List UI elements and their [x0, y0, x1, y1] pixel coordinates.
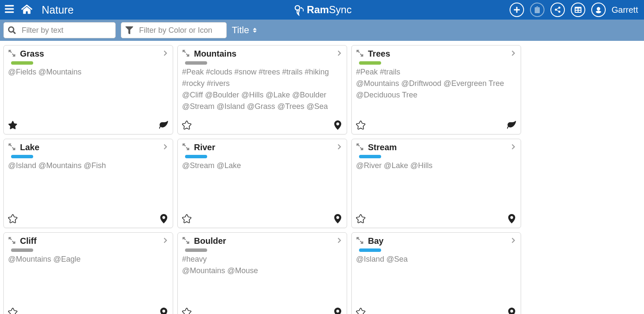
filter-text-input[interactable]	[22, 26, 111, 35]
card-header: Grass	[8, 49, 168, 59]
card-header: Lake	[8, 143, 168, 152]
star-button[interactable]	[356, 214, 365, 225]
card[interactable]: Grass @Fields @Mountains	[3, 45, 173, 134]
add-button[interactable]	[510, 3, 524, 17]
card-open-button[interactable]	[510, 50, 516, 58]
card-body: @Island @Sea	[356, 254, 516, 306]
card-footer	[182, 214, 342, 225]
home-icon	[21, 3, 32, 14]
sort-label-text: Title	[232, 25, 249, 36]
star-button[interactable]	[182, 214, 191, 225]
card[interactable]: Trees #Peak #trails@Mountains @Driftwood…	[351, 45, 521, 134]
filter-color-input[interactable]	[139, 26, 222, 35]
card[interactable]: Lake @Island @Mountains @Fish	[3, 139, 173, 228]
card[interactable]: River @Stream @Lake	[177, 139, 347, 228]
notes-button[interactable]	[530, 3, 544, 17]
chevron-right-icon	[336, 144, 342, 150]
table-icon	[575, 6, 581, 13]
card-open-button[interactable]	[162, 237, 168, 245]
card-tags: #Peak #clouds #snow #trees #trails #hiki…	[182, 66, 342, 89]
card-open-button[interactable]	[510, 144, 516, 151]
card-type-button[interactable]	[159, 120, 168, 131]
expand-button[interactable]	[182, 49, 190, 59]
star-button[interactable]	[356, 308, 365, 314]
card-footer	[8, 214, 168, 225]
user-avatar[interactable]	[591, 3, 606, 17]
card-body: @Island @Mountains @Fish	[8, 160, 168, 212]
card-footer	[356, 120, 516, 131]
chevron-right-icon	[162, 50, 168, 56]
sort-button[interactable]: Title	[232, 25, 258, 36]
expand-icon	[182, 237, 190, 244]
card-type-button[interactable]	[159, 214, 168, 225]
menu-button[interactable]	[4, 4, 14, 16]
star-icon	[356, 214, 365, 223]
star-button[interactable]	[8, 214, 17, 225]
expand-icon	[182, 143, 190, 151]
card-type-button[interactable]	[333, 214, 342, 225]
share-button[interactable]	[550, 3, 565, 17]
card-open-button[interactable]	[162, 144, 168, 151]
expand-icon	[182, 49, 190, 57]
card-type-button[interactable]	[333, 308, 342, 314]
star-button[interactable]	[182, 308, 191, 314]
card-open-button[interactable]	[510, 237, 516, 245]
card-footer	[8, 120, 168, 131]
expand-button[interactable]	[356, 49, 364, 59]
user-name[interactable]: Garrett	[612, 5, 638, 15]
color-pill	[185, 61, 207, 65]
star-button[interactable]	[8, 120, 17, 131]
card-title: Trees	[368, 49, 506, 59]
expand-button[interactable]	[8, 49, 16, 59]
color-pill	[11, 61, 33, 65]
expand-button[interactable]	[356, 143, 364, 152]
expand-button[interactable]	[356, 237, 364, 246]
card[interactable]: Bay @Island @Sea	[351, 232, 521, 314]
card-open-button[interactable]	[336, 237, 342, 245]
table-button[interactable]	[571, 3, 585, 17]
card-header: Boulder	[182, 236, 342, 246]
star-button[interactable]	[182, 120, 191, 131]
brand-logo[interactable]: RamSync	[292, 3, 351, 16]
expand-button[interactable]	[182, 237, 190, 246]
star-icon	[182, 120, 191, 130]
card-refs: @Mountains @Driftwood @Evergreen Tree @D…	[356, 78, 516, 101]
star-icon	[182, 308, 191, 314]
card[interactable]: Stream @River @Lake @Hills	[351, 139, 521, 228]
color-pill	[359, 155, 381, 158]
card[interactable]: Cliff @Mountains @Eagle	[3, 232, 173, 314]
card-open-button[interactable]	[162, 50, 168, 58]
card-open-button[interactable]	[336, 144, 342, 151]
share-icon	[554, 6, 561, 13]
card-type-button[interactable]	[507, 214, 516, 225]
pin-icon	[159, 308, 168, 314]
home-button[interactable]	[21, 3, 32, 16]
expand-button[interactable]	[182, 143, 190, 152]
card-header: Trees	[356, 49, 516, 59]
chevron-right-icon	[336, 50, 342, 56]
chevron-right-icon	[336, 237, 342, 243]
card-type-button[interactable]	[507, 120, 516, 131]
card-tags: #heavy	[182, 254, 342, 265]
card[interactable]: Mountains #Peak #clouds #snow #trees #tr…	[177, 45, 347, 134]
card-grid: Grass @Fields @Mountains Mountains #	[3, 45, 641, 314]
star-button[interactable]	[356, 120, 365, 131]
card[interactable]: Boulder #heavy@Mountains @Mouse	[177, 232, 347, 314]
content-scroll[interactable]: Grass @Fields @Mountains Mountains #	[0, 41, 644, 314]
card-type-button[interactable]	[507, 308, 516, 314]
card-type-button[interactable]	[333, 120, 342, 131]
color-pill	[11, 248, 33, 252]
expand-button[interactable]	[8, 237, 16, 246]
card-body: @Stream @Lake	[182, 160, 342, 212]
filter-color-wrap[interactable]	[121, 22, 227, 38]
card-body: @Mountains @Eagle	[8, 254, 168, 306]
card-open-button[interactable]	[336, 50, 342, 58]
card-body: @Fields @Mountains	[8, 66, 168, 119]
expand-icon	[356, 49, 364, 57]
card-type-button[interactable]	[159, 308, 168, 314]
pin-icon	[333, 120, 342, 130]
card-header: Mountains	[182, 49, 342, 59]
filter-text-wrap[interactable]	[3, 22, 116, 38]
star-button[interactable]	[8, 308, 17, 314]
expand-button[interactable]	[8, 143, 16, 152]
